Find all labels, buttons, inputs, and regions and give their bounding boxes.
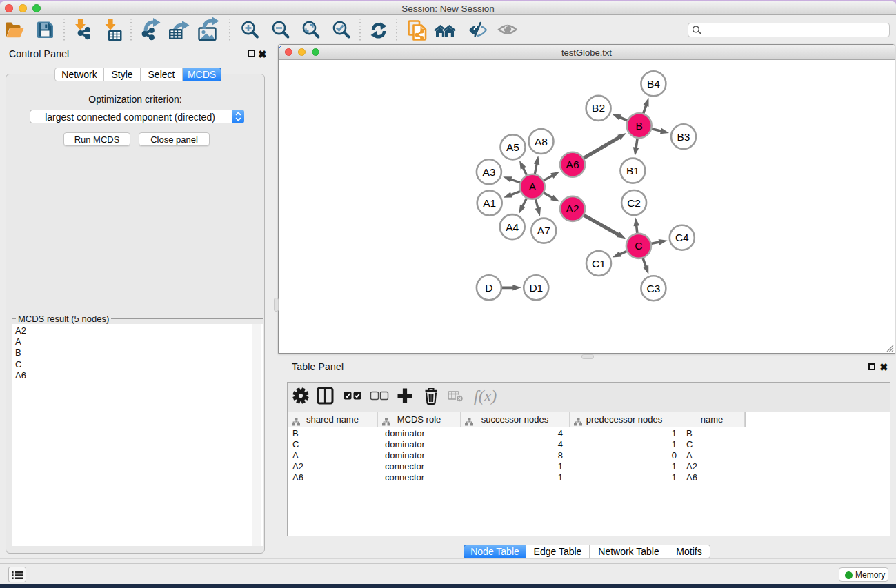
svg-text:A7: A7 <box>537 225 550 236</box>
svg-text:B4: B4 <box>647 78 660 90</box>
svg-text:C3: C3 <box>646 283 660 294</box>
svg-text:A1: A1 <box>483 197 496 209</box>
svg-text:A6: A6 <box>566 159 579 170</box>
svg-text:C1: C1 <box>592 258 606 270</box>
svg-text:B1: B1 <box>626 165 639 176</box>
svg-text:A4: A4 <box>506 221 519 233</box>
svg-text:B3: B3 <box>677 131 690 143</box>
svg-text:A8: A8 <box>535 136 548 148</box>
svg-text:A: A <box>529 181 537 192</box>
svg-text:C4: C4 <box>675 232 689 243</box>
svg-text:A5: A5 <box>506 141 519 153</box>
svg-text:f(x): f(x) <box>474 387 497 405</box>
svg-text:D1: D1 <box>529 282 543 294</box>
svg-text:A2: A2 <box>566 203 579 214</box>
svg-text:C: C <box>635 240 642 252</box>
svg-text:D: D <box>485 282 492 294</box>
svg-text:A3: A3 <box>482 166 495 178</box>
svg-text:B: B <box>636 120 643 132</box>
svg-text:B2: B2 <box>592 102 605 114</box>
svg-text:C2: C2 <box>627 197 641 209</box>
